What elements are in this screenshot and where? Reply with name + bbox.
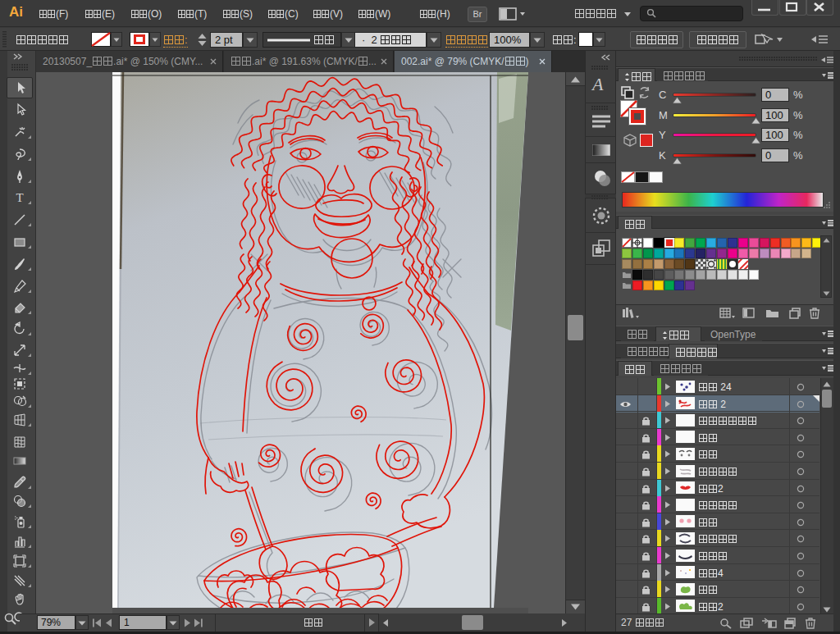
svg-text:T: T	[16, 191, 23, 204]
